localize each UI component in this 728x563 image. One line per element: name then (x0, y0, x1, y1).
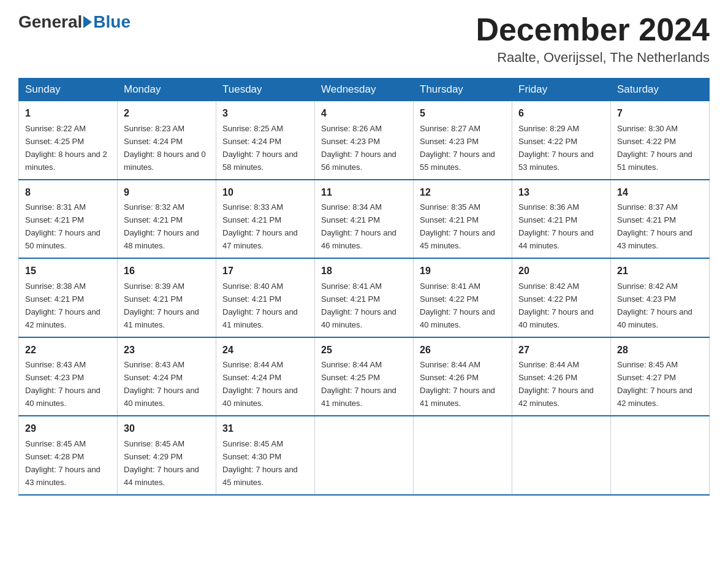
cell-sunrise: Sunrise: 8:44 AM (321, 360, 382, 369)
cell-daylight: Daylight: 7 hours and 53 minutes. (518, 150, 594, 172)
cell-sunrise: Sunrise: 8:45 AM (25, 439, 86, 448)
table-row: 27 Sunrise: 8:44 AM Sunset: 4:26 PM Dayl… (512, 337, 611, 416)
table-row: 13 Sunrise: 8:36 AM Sunset: 4:21 PM Dayl… (512, 180, 611, 258)
cell-sunrise: Sunrise: 8:30 AM (617, 124, 678, 133)
cell-sunrise: Sunrise: 8:32 AM (124, 202, 184, 212)
table-row: 12 Sunrise: 8:35 AM Sunset: 4:21 PM Dayl… (414, 180, 512, 258)
cell-sunrise: Sunrise: 8:22 AM (25, 124, 86, 133)
cell-sunrise: Sunrise: 8:44 AM (222, 360, 283, 369)
cell-sunrise: Sunrise: 8:26 AM (321, 124, 382, 133)
table-row: 3 Sunrise: 8:25 AM Sunset: 4:24 PM Dayli… (216, 101, 315, 180)
day-number: 30 (124, 421, 210, 437)
calendar-week-row: 8 Sunrise: 8:31 AM Sunset: 4:21 PM Dayli… (19, 180, 710, 258)
day-number: 23 (124, 343, 210, 358)
cell-daylight: Daylight: 7 hours and 45 minutes. (420, 228, 495, 250)
table-row: 6 Sunrise: 8:29 AM Sunset: 4:22 PM Dayli… (512, 101, 611, 180)
cell-sunset: Sunset: 4:21 PM (321, 215, 380, 224)
cell-sunrise: Sunrise: 8:25 AM (222, 124, 283, 133)
cell-sunset: Sunset: 4:30 PM (222, 452, 281, 461)
table-row: 1 Sunrise: 8:22 AM Sunset: 4:25 PM Dayli… (19, 101, 118, 180)
cell-sunset: Sunset: 4:21 PM (124, 215, 183, 224)
cell-sunset: Sunset: 4:23 PM (617, 294, 676, 304)
cell-daylight: Daylight: 7 hours and 41 minutes. (321, 386, 396, 408)
day-number: 22 (25, 343, 111, 358)
cell-daylight: Daylight: 7 hours and 50 minutes. (25, 228, 100, 250)
cell-sunrise: Sunrise: 8:45 AM (124, 439, 184, 448)
cell-daylight: Daylight: 7 hours and 51 minutes. (617, 150, 692, 172)
cell-sunset: Sunset: 4:21 PM (222, 294, 281, 304)
cell-sunset: Sunset: 4:22 PM (518, 294, 577, 304)
cell-daylight: Daylight: 7 hours and 40 minutes. (420, 307, 495, 329)
cell-sunrise: Sunrise: 8:44 AM (518, 360, 579, 369)
cell-daylight: Daylight: 7 hours and 55 minutes. (420, 150, 495, 172)
cell-sunset: Sunset: 4:22 PM (518, 137, 577, 146)
header-monday: Monday (118, 79, 216, 101)
cell-sunrise: Sunrise: 8:37 AM (617, 202, 678, 212)
day-number: 16 (124, 264, 210, 279)
table-row: 17 Sunrise: 8:40 AM Sunset: 4:21 PM Dayl… (216, 258, 315, 337)
logo-arrow-icon (83, 16, 92, 28)
cell-sunset: Sunset: 4:21 PM (25, 294, 84, 304)
day-number: 18 (321, 264, 407, 279)
table-row: 23 Sunrise: 8:43 AM Sunset: 4:24 PM Dayl… (118, 337, 216, 416)
table-row: 14 Sunrise: 8:37 AM Sunset: 4:21 PM Dayl… (611, 180, 710, 258)
day-number: 27 (518, 343, 604, 358)
header-friday: Friday (512, 79, 611, 101)
day-number: 26 (420, 343, 506, 358)
cell-sunset: Sunset: 4:21 PM (222, 215, 281, 224)
calendar-week-row: 29 Sunrise: 8:45 AM Sunset: 4:28 PM Dayl… (19, 416, 710, 494)
day-number: 2 (124, 106, 210, 121)
cell-sunset: Sunset: 4:22 PM (420, 294, 479, 304)
day-number: 28 (617, 343, 703, 358)
day-number: 12 (420, 185, 506, 201)
table-row: 11 Sunrise: 8:34 AM Sunset: 4:21 PM Dayl… (315, 180, 414, 258)
table-row (512, 416, 611, 494)
cell-sunset: Sunset: 4:25 PM (25, 137, 84, 146)
cell-daylight: Daylight: 7 hours and 41 minutes. (222, 307, 298, 329)
cell-sunset: Sunset: 4:21 PM (321, 294, 380, 304)
cell-daylight: Daylight: 7 hours and 43 minutes. (617, 228, 692, 250)
header-wednesday: Wednesday (315, 79, 414, 101)
table-row: 24 Sunrise: 8:44 AM Sunset: 4:24 PM Dayl… (216, 337, 315, 416)
day-number: 4 (321, 106, 407, 121)
cell-daylight: Daylight: 7 hours and 48 minutes. (124, 228, 199, 250)
day-number: 3 (222, 106, 308, 121)
calendar-table: Sunday Monday Tuesday Wednesday Thursday… (18, 78, 710, 495)
table-row: 29 Sunrise: 8:45 AM Sunset: 4:28 PM Dayl… (19, 416, 118, 494)
cell-daylight: Daylight: 7 hours and 56 minutes. (321, 150, 396, 172)
cell-daylight: Daylight: 7 hours and 42 minutes. (25, 307, 100, 329)
logo-blue: Blue (93, 12, 131, 32)
day-number: 20 (518, 264, 604, 279)
cell-sunrise: Sunrise: 8:45 AM (222, 439, 283, 448)
day-number: 6 (518, 106, 604, 121)
table-row (611, 416, 710, 494)
cell-sunrise: Sunrise: 8:41 AM (420, 282, 480, 291)
cell-sunset: Sunset: 4:25 PM (321, 373, 380, 382)
cell-sunset: Sunset: 4:29 PM (124, 452, 183, 461)
table-row: 16 Sunrise: 8:39 AM Sunset: 4:21 PM Dayl… (118, 258, 216, 337)
table-row: 22 Sunrise: 8:43 AM Sunset: 4:23 PM Dayl… (19, 337, 118, 416)
day-number: 9 (124, 185, 210, 201)
location-subtitle: Raalte, Overijssel, The Netherlands (476, 50, 710, 66)
cell-sunset: Sunset: 4:26 PM (420, 373, 479, 382)
cell-daylight: Daylight: 7 hours and 40 minutes. (518, 307, 594, 329)
cell-sunrise: Sunrise: 8:34 AM (321, 202, 382, 212)
cell-sunset: Sunset: 4:21 PM (124, 294, 183, 304)
cell-sunrise: Sunrise: 8:42 AM (617, 282, 678, 291)
table-row: 19 Sunrise: 8:41 AM Sunset: 4:22 PM Dayl… (414, 258, 512, 337)
day-number: 17 (222, 264, 308, 279)
cell-sunset: Sunset: 4:28 PM (25, 452, 84, 461)
table-row: 9 Sunrise: 8:32 AM Sunset: 4:21 PM Dayli… (118, 180, 216, 258)
cell-daylight: Daylight: 7 hours and 42 minutes. (617, 386, 692, 408)
cell-daylight: Daylight: 7 hours and 44 minutes. (518, 228, 594, 250)
cell-sunset: Sunset: 4:22 PM (617, 137, 676, 146)
cell-daylight: Daylight: 7 hours and 46 minutes. (321, 228, 396, 250)
logo: General Blue (18, 12, 131, 32)
cell-sunset: Sunset: 4:23 PM (420, 137, 479, 146)
cell-daylight: Daylight: 8 hours and 2 minutes. (25, 150, 107, 172)
table-row: 18 Sunrise: 8:41 AM Sunset: 4:21 PM Dayl… (315, 258, 414, 337)
calendar-week-row: 15 Sunrise: 8:38 AM Sunset: 4:21 PM Dayl… (19, 258, 710, 337)
cell-sunrise: Sunrise: 8:27 AM (420, 124, 480, 133)
page-header: General Blue December 2024 Raalte, Overi… (18, 12, 710, 66)
cell-sunrise: Sunrise: 8:36 AM (518, 202, 579, 212)
